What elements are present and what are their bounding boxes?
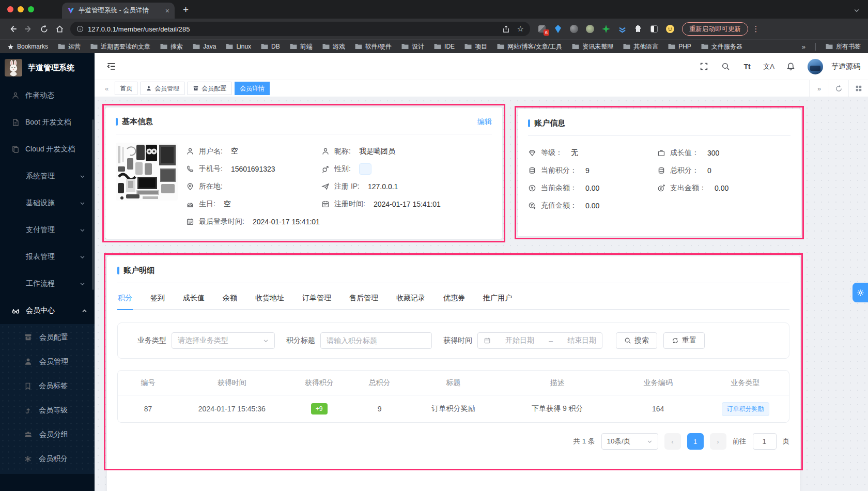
sidebar-item-member-point[interactable]: 会员积分 <box>0 447 95 471</box>
tab-close-icon[interactable]: × <box>165 7 169 14</box>
table-row[interactable]: 87 2024-01-17 15:45:36 +9 9 订单积分奖励 下单获得 … <box>118 395 789 422</box>
edit-button[interactable]: 编辑 <box>477 117 492 127</box>
extension-icon-2[interactable] <box>553 24 563 34</box>
tab-aftersale[interactable]: 售后管理 <box>349 289 379 309</box>
tags-scroll-right-icon[interactable]: » <box>809 80 829 97</box>
extensions-puzzle-icon[interactable] <box>633 24 643 34</box>
chrome-update-button[interactable]: 重新启动即可更新 <box>682 22 748 36</box>
extension-icon-3[interactable] <box>569 24 579 34</box>
extension-icon-6[interactable] <box>617 24 627 34</box>
tab-point[interactable]: 积分 <box>117 289 133 309</box>
share-icon[interactable] <box>502 25 510 33</box>
reload-icon[interactable] <box>36 21 52 37</box>
date-range-picker[interactable]: 开始日期 – 结束日期 <box>477 332 602 349</box>
sidebar-item-system[interactable]: 系统管理 <box>0 163 95 190</box>
tab-promoter[interactable]: 推广用户 <box>483 289 513 309</box>
sidebar-item-member-tag[interactable]: 会员标签 <box>0 374 95 398</box>
prev-page-button[interactable]: ‹ <box>664 433 681 450</box>
bookmark-folder[interactable]: 搜索 <box>160 42 183 51</box>
sidebar-item-member-config[interactable]: 会员配置 <box>0 325 95 349</box>
tab-signin[interactable]: 签到 <box>150 289 165 309</box>
next-page-button[interactable]: › <box>710 433 726 450</box>
font-size-icon[interactable]: Tt <box>738 58 756 75</box>
sidebar-item-member-center[interactable]: 会员中心 <box>0 297 95 324</box>
bookmarks-manager-item[interactable]: Bookmarks <box>7 43 48 50</box>
bookmarks-overflow-icon[interactable]: » <box>802 43 805 51</box>
profile-avatar-icon[interactable] <box>665 24 675 34</box>
sidebar-collapse-icon[interactable] <box>102 58 120 75</box>
extension-icon-4[interactable] <box>585 24 595 34</box>
reset-button[interactable]: 重置 <box>663 332 705 349</box>
all-bookmarks-item[interactable]: 所有书签 <box>826 42 861 51</box>
bookmark-folder[interactable]: 其他语言 <box>623 42 658 51</box>
tag-home[interactable]: 首页 <box>115 82 137 95</box>
address-bar[interactable]: 127.0.0.1/member/user/detail/285 ☆ <box>70 22 530 36</box>
app-logo[interactable]: 芋道管理系统 <box>0 53 95 82</box>
fullscreen-icon[interactable] <box>695 58 712 75</box>
tag-member-manage[interactable]: 会员管理 <box>141 82 184 95</box>
goto-page-input[interactable] <box>753 433 777 450</box>
site-info-icon[interactable] <box>76 25 84 33</box>
minimize-window-button[interactable] <box>18 6 24 12</box>
tag-member-config[interactable]: 会员配置 <box>188 82 231 95</box>
extension-icon-1[interactable]: 6 <box>537 24 547 34</box>
current-page-button[interactable]: 1 <box>687 433 704 450</box>
tab-order[interactable]: 订单管理 <box>302 289 332 309</box>
tab-growth[interactable]: 成长值 <box>182 289 205 309</box>
bookmark-folder[interactable]: 文件服务器 <box>701 42 742 51</box>
close-window-button[interactable] <box>7 6 13 12</box>
user-name[interactable]: 芋道源码 <box>831 62 860 71</box>
sidebar-item-member-level[interactable]: 会员等级 <box>0 398 95 422</box>
biz-type-select[interactable]: 请选择业务类型 <box>172 332 275 349</box>
user-avatar[interactable] <box>808 59 823 74</box>
bookmark-folder[interactable]: 运营 <box>58 42 81 51</box>
sidebar-item-pay[interactable]: 支付管理 <box>0 217 95 243</box>
tab-search-chevron-icon[interactable] <box>854 7 860 13</box>
bookmark-folder[interactable]: IDE <box>434 43 455 50</box>
bookmark-folder[interactable]: 软件/硬件 <box>355 42 392 51</box>
bookmark-folder[interactable]: 网站/博客/文章/工具 <box>497 42 562 51</box>
tag-member-detail[interactable]: 会员详情 <box>235 82 270 95</box>
sidebar-item-workflow[interactable]: 工作流程 <box>0 270 95 297</box>
bookmark-star-icon[interactable]: ☆ <box>517 24 524 34</box>
forward-icon[interactable] <box>21 21 36 37</box>
bookmark-folder[interactable]: 前端 <box>290 42 313 51</box>
tab-favorite[interactable]: 收藏记录 <box>396 289 426 309</box>
back-icon[interactable] <box>5 21 21 37</box>
sidebar-item-member-manage[interactable]: 会员管理 <box>0 349 95 374</box>
language-icon[interactable]: 文A <box>760 58 778 75</box>
bookmark-folder[interactable]: 设计 <box>401 42 424 51</box>
refresh-page-icon[interactable] <box>829 80 848 97</box>
tab-balance[interactable]: 余额 <box>222 289 238 309</box>
tags-scroll-left-icon[interactable]: « <box>102 85 112 93</box>
layout-grid-icon[interactable] <box>848 80 868 97</box>
zoom-window-button[interactable] <box>28 6 34 12</box>
sidebar-item-author-news[interactable]: 作者动态 <box>0 82 95 109</box>
browser-menu-icon[interactable]: ⋮ <box>751 24 761 34</box>
sidebar-item-infra[interactable]: 基础设施 <box>0 190 95 217</box>
bookmark-folder[interactable]: DB <box>261 43 280 50</box>
bookmark-folder[interactable]: Java <box>193 43 216 50</box>
bookmark-folder[interactable]: Linux <box>226 43 251 50</box>
sidebar-item-cloud-docs[interactable]: Cloud 开发文档 <box>0 136 95 163</box>
point-title-input[interactable] <box>327 336 426 345</box>
sidebar-item-report[interactable]: 报表管理 <box>0 243 95 270</box>
notification-bell-icon[interactable] <box>782 58 799 75</box>
page-size-select[interactable]: 10条/页 <box>601 433 658 450</box>
extension-icon-5[interactable] <box>601 24 611 34</box>
extension-icon-7[interactable] <box>649 24 659 34</box>
home-icon[interactable] <box>52 21 67 37</box>
bookmark-folder[interactable]: 近期需要读的文章 <box>90 42 150 51</box>
search-button[interactable]: 搜索 <box>616 332 657 349</box>
sidebar-item-member-group[interactable]: 会员分组 <box>0 422 95 447</box>
new-tab-button[interactable]: + <box>183 4 189 16</box>
sidebar-item-boot-docs[interactable]: Boot 开发文档 <box>0 109 95 136</box>
bookmark-folder[interactable]: 项目 <box>464 42 487 51</box>
bookmark-folder[interactable]: 资讯未整理 <box>572 42 613 51</box>
tab-coupon[interactable]: 优惠券 <box>443 289 466 309</box>
sidebar-scrollbar[interactable] <box>92 119 94 290</box>
bookmark-folder[interactable]: PHP <box>668 43 691 50</box>
search-icon[interactable] <box>717 58 734 75</box>
bookmark-folder[interactable]: 游戏 <box>322 42 345 51</box>
tab-address[interactable]: 收货地址 <box>255 289 285 309</box>
